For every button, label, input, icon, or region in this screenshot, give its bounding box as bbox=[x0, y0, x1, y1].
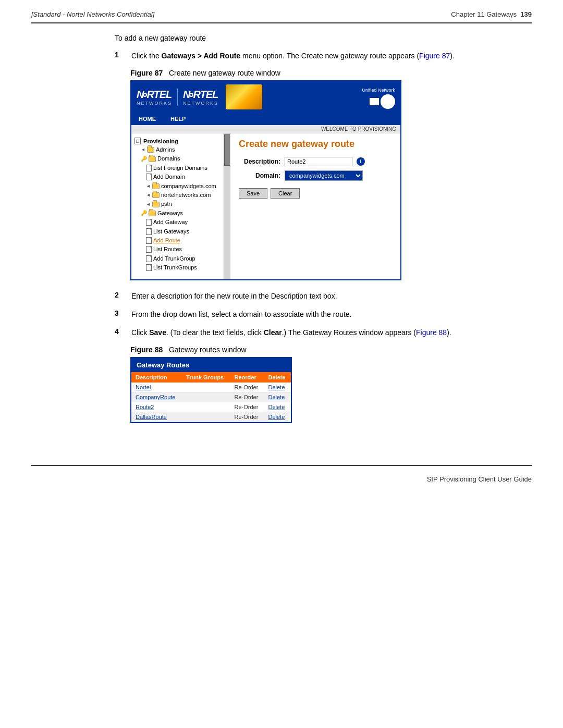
description-row: Description: i bbox=[239, 157, 392, 166]
sidebar-add-gateway[interactable]: Add Gateway bbox=[133, 218, 228, 227]
sidebar-add-trunkgroup[interactable]: Add TrunkGroup bbox=[133, 254, 228, 263]
step-number-4: 4 bbox=[115, 327, 123, 336]
list-routes-label: List Routes bbox=[153, 245, 182, 253]
list-foreign-domains-label: List Foreign Domains bbox=[153, 164, 207, 172]
page-container: [Standard - Nortel Networks Confidential… bbox=[0, 0, 563, 728]
row1-desc[interactable]: Nortel bbox=[131, 382, 182, 392]
arrow-icon: ◄ bbox=[141, 146, 145, 153]
sidebar-list-gateways[interactable]: List Gateways bbox=[133, 227, 228, 236]
add-domain-label: Add Domain bbox=[153, 173, 185, 181]
row2-desc[interactable]: CompanyRoute bbox=[131, 392, 182, 402]
sidebar-list-trunkgroups[interactable]: List TrunkGroups bbox=[133, 263, 228, 272]
scrollbar[interactable] bbox=[224, 133, 230, 279]
sidebar-gateways[interactable]: 🔑 Gateways bbox=[133, 209, 228, 218]
arrow-icon: ◄ bbox=[146, 201, 151, 208]
nav-home[interactable]: HOME bbox=[137, 115, 158, 123]
banner-decoration bbox=[226, 84, 262, 109]
nav-help[interactable]: HELP bbox=[168, 115, 188, 123]
sidebar-add-route[interactable]: Add Route bbox=[133, 236, 228, 245]
arrow-icon: ◄ bbox=[146, 183, 151, 190]
doc-icon bbox=[146, 237, 152, 244]
sidebar-list-routes[interactable]: List Routes bbox=[133, 245, 228, 254]
sidebar-list-foreign-domains[interactable]: List Foreign Domains bbox=[133, 164, 228, 172]
step-number-3: 3 bbox=[115, 309, 123, 317]
nav-bar: HOME HELP bbox=[131, 113, 400, 125]
confidential-label: [Standard - Nortel Networks Confidential… bbox=[31, 10, 154, 18]
step-text-1: Click the Gateways > Add Route menu opti… bbox=[131, 51, 455, 61]
figure88-link[interactable]: Figure 88 bbox=[416, 328, 447, 337]
figure87-number: Figure 87 bbox=[130, 69, 163, 77]
clear-button[interactable]: Clear bbox=[271, 188, 300, 199]
footer-rule bbox=[31, 465, 532, 466]
add-route-label: Add Route bbox=[153, 237, 180, 244]
doc-icon bbox=[146, 264, 152, 271]
row3-desc[interactable]: Route2 bbox=[131, 402, 182, 412]
domain-label: Domain: bbox=[239, 172, 280, 179]
folder-icon bbox=[152, 183, 160, 189]
doc-icon bbox=[146, 219, 152, 226]
folder-icon bbox=[147, 147, 154, 153]
sidebar-pstn[interactable]: ◄ pstn bbox=[133, 200, 228, 208]
row4-delete[interactable]: Delete bbox=[264, 412, 291, 422]
button-row: Save Clear bbox=[239, 188, 392, 199]
row4-reorder[interactable]: Re-Order bbox=[230, 412, 264, 422]
row2-delete[interactable]: Delete bbox=[264, 392, 291, 402]
step-3: 3 From the drop down list, select a doma… bbox=[115, 309, 480, 320]
expand-provisioning[interactable]: □ bbox=[134, 138, 141, 144]
step-text-2: Enter a description for the new route in… bbox=[131, 291, 337, 302]
step-text-3: From the drop down list, select a domain… bbox=[131, 309, 352, 320]
row3-reorder[interactable]: Re-Order bbox=[230, 402, 264, 412]
row3-delete[interactable]: Delete bbox=[264, 402, 291, 412]
sidebar-nortelnetworks[interactable]: ◄ nortelnetworks.com bbox=[133, 191, 228, 200]
info-icon[interactable]: i bbox=[357, 157, 365, 166]
gateways-label: Gateways bbox=[157, 209, 183, 217]
row4-desc[interactable]: DallasRoute bbox=[131, 412, 182, 422]
row3-trunk bbox=[182, 402, 230, 412]
row1-reorder[interactable]: Re-Order bbox=[230, 382, 264, 392]
sidebar-add-domain[interactable]: Add Domain bbox=[133, 172, 228, 181]
table-row: DallasRoute Re-Order Delete bbox=[131, 412, 291, 422]
sidebar: □ Provisioning ◄ Admins 🔑 bbox=[131, 133, 230, 279]
list-gateways-label: List Gateways bbox=[153, 228, 189, 236]
doc-icon bbox=[146, 174, 152, 180]
figure88-caption: Gateway routes window bbox=[165, 346, 246, 354]
gateway-routes-window: Gateway Routes Description Trunk Groups … bbox=[130, 357, 292, 423]
sidebar-domains[interactable]: 🔑 Domains bbox=[133, 154, 228, 163]
figure88-container: Gateway Routes Description Trunk Groups … bbox=[130, 357, 480, 423]
domain-row: Domain: companywidgets.com bbox=[239, 170, 392, 181]
nortel-logo-left: NRTEL NETWORKS bbox=[137, 89, 172, 106]
row1-trunk bbox=[182, 382, 230, 392]
doc-icon bbox=[146, 255, 152, 262]
figure87-label: Figure 87 Create new gateway route windo… bbox=[130, 69, 480, 77]
nortel-logo-right: NRTEL NETWORKS bbox=[183, 89, 218, 106]
intro-text: To add a new gateway route bbox=[115, 34, 480, 42]
add-gateway-label: Add Gateway bbox=[153, 218, 188, 226]
add-trunkgroup-label: Add TrunkGroup bbox=[153, 255, 195, 263]
row4-trunk bbox=[182, 412, 230, 422]
sidebar-admins[interactable]: ◄ Admins bbox=[133, 145, 228, 154]
right-panel: Create new gateway route Description: i … bbox=[230, 133, 400, 279]
doc-icon bbox=[146, 246, 152, 253]
description-input[interactable] bbox=[285, 157, 352, 166]
nortelnetworks-label: nortelnetworks.com bbox=[161, 191, 211, 199]
doc-icon bbox=[146, 165, 152, 171]
step-4: 4 Click Save. (To clear the text fields,… bbox=[115, 327, 480, 338]
col-delete: Delete bbox=[264, 372, 291, 382]
step-number-2: 2 bbox=[115, 291, 123, 299]
domains-label: Domains bbox=[157, 155, 180, 163]
screenshot-window-87: NRTEL NETWORKS NRTEL NETWORKS Unified Ne… bbox=[130, 80, 401, 280]
figure88-number: Figure 88 bbox=[130, 346, 163, 354]
scrollbar-thumb[interactable] bbox=[224, 134, 230, 166]
folder-icon bbox=[149, 156, 156, 162]
row2-reorder[interactable]: Re-Order bbox=[230, 392, 264, 402]
row1-delete[interactable]: Delete bbox=[264, 382, 291, 392]
domain-select[interactable]: companywidgets.com bbox=[285, 170, 363, 181]
col-trunk-groups: Trunk Groups bbox=[182, 372, 230, 382]
table-row: Nortel Re-Order Delete bbox=[131, 382, 291, 392]
row2-trunk bbox=[182, 392, 230, 402]
figure87-link[interactable]: Figure 87 bbox=[419, 52, 450, 60]
table-row: CompanyRoute Re-Order Delete bbox=[131, 392, 291, 402]
page-footer: SIP Provisioning Client User Guide bbox=[0, 471, 563, 487]
save-button[interactable]: Save bbox=[239, 188, 267, 199]
sidebar-companywidgets[interactable]: ◄ companywidgets.com bbox=[133, 182, 228, 191]
